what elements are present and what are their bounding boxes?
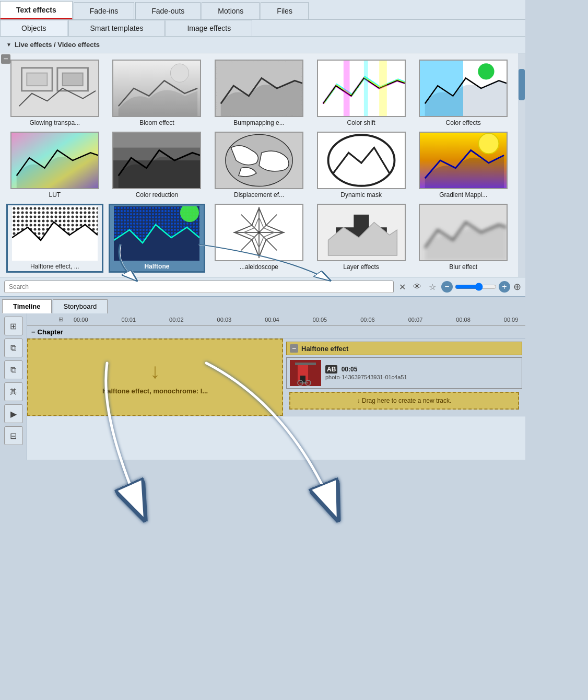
thumb-lut <box>10 132 99 189</box>
chapter-minus[interactable]: − <box>31 328 36 336</box>
effect-halftone-mono[interactable]: Halftone effect, ... − <box>6 204 103 273</box>
svg-rect-10 <box>343 60 349 116</box>
tab-files[interactable]: Files <box>261 2 309 19</box>
favorites-button[interactable]: ☆ <box>427 281 438 293</box>
tab-storyboard[interactable]: Storyboard <box>53 299 108 313</box>
effect-label-blur: Blur effect <box>449 263 477 271</box>
zoom-in-button[interactable]: + <box>499 281 510 293</box>
tab-fade-ins[interactable]: Fade-ins <box>74 2 134 19</box>
effect-label-gradientmapping: Gradient Mappi... <box>439 191 487 199</box>
effect-lut[interactable]: LUT <box>6 132 103 199</box>
halftone-mono-minus[interactable]: − <box>1 54 10 64</box>
effect-gradientmapping[interactable]: Gradient Mappi... <box>415 132 512 199</box>
effect-label-colorreduction: Color reduction <box>136 191 178 199</box>
thumb-coloreffects <box>419 60 508 117</box>
effect-glowing[interactable]: Glowing transpa... <box>6 60 103 126</box>
thumb-bump <box>215 60 303 117</box>
drop-label: Halftone effect, monochrome: l... <box>102 387 208 395</box>
collapse-triangle[interactable]: ▼ <box>6 42 11 48</box>
thumb-gradientmapping <box>419 132 508 189</box>
tab-fade-outs[interactable]: Fade-outs <box>135 2 201 19</box>
tab-objects[interactable]: Objects <box>0 20 67 36</box>
effect-bump[interactable]: Bumpmapping e... <box>210 60 308 126</box>
timeline-tabs: Timeline Storyboard <box>0 297 525 313</box>
left-toolbar: ⊞ ⧉ ⧉ 其 ▶ ⊟ <box>0 313 27 460</box>
effect-layereffects[interactable]: Layer effects <box>313 204 410 273</box>
effect-label-displacement: Displacement ef... <box>234 191 284 199</box>
preview-button[interactable]: 👁 <box>411 281 424 293</box>
thumb-halftone <box>114 206 199 261</box>
search-input[interactable] <box>4 281 394 293</box>
chapter-label: Chapter <box>38 328 63 336</box>
svg-rect-9 <box>318 60 405 116</box>
section-header: ▼ Live effects / Video effects <box>0 37 525 53</box>
media-info: AB 00:05 photo-1436397543931-01c4a51 <box>325 366 407 380</box>
thumb-kaleidoscope <box>215 204 303 261</box>
effect-blur[interactable]: Blur effect <box>415 204 512 273</box>
timeline-ruler: ⊞ 00:00 00:01 00:02 00:03 00:04 00:05 00… <box>27 313 525 326</box>
tab-timeline[interactable]: Timeline <box>2 299 52 313</box>
effect-label-kaleidoscope: ...aleidoscope <box>240 263 278 271</box>
tab-smart-templates[interactable]: Smart templates <box>68 20 164 36</box>
tool-paste[interactable]: ⧉ <box>4 360 23 379</box>
halftone-drop-zone[interactable]: ↓ Halftone effect, monochrome: l... <box>27 339 283 416</box>
search-bar: ✕ 👁 ☆ − + ⊕ <box>0 277 525 296</box>
tab-image-effects[interactable]: Image effects <box>166 20 252 36</box>
zoom-controls: − + <box>441 281 510 293</box>
media-block: AB 00:05 photo-1436397543931-01c4a51 <box>286 357 522 389</box>
tool-play[interactable]: ▶ <box>4 404 23 423</box>
svg-rect-2 <box>27 73 47 86</box>
effect-label-glowing: Glowing transpa... <box>29 119 80 126</box>
thumb-dynamicmask <box>317 132 406 189</box>
clear-search-button[interactable]: ✕ <box>397 281 408 293</box>
effect-label-bloom: Bloom effect <box>139 119 174 126</box>
effect-label-halftone-mono: Halftone effect, ... <box>30 263 79 270</box>
effect-label-dynamicmask: Dynamic mask <box>340 191 382 199</box>
new-track-drop[interactable]: ↓ Drag here to create a new track. <box>289 392 519 410</box>
effect-label-bump: Bumpmapping e... <box>233 119 284 126</box>
effects-scrollbar[interactable] <box>518 53 525 277</box>
thumb-blur <box>419 204 508 261</box>
thumb-bloom <box>112 60 201 117</box>
effect-displacement[interactable]: Displacement ef... <box>210 132 308 199</box>
effect-dynamicmask[interactable]: Dynamic mask <box>313 132 410 199</box>
thumb-colorshift <box>317 60 406 117</box>
effect-colorreduction[interactable]: Color reduction <box>109 132 206 199</box>
effect-block-minus[interactable]: − <box>290 344 298 353</box>
scrollbar-thumb[interactable] <box>519 69 525 100</box>
thumb-colorreduction <box>112 132 201 189</box>
effect-label-layereffects: Layer effects <box>343 263 379 271</box>
track-right-area: − Halftone effect <box>283 339 525 416</box>
svg-point-28 <box>478 133 499 154</box>
tool-text[interactable]: 其 <box>4 382 23 401</box>
zoom-out-button[interactable]: − <box>441 281 453 293</box>
effect-coloreffects[interactable]: Color effects <box>415 60 512 126</box>
tool-grid[interactable]: ⊞ <box>4 317 23 335</box>
svg-rect-4 <box>62 73 83 86</box>
thumb-layereffects <box>317 204 406 261</box>
thumb-glowing <box>10 60 99 117</box>
svg-point-16 <box>478 63 495 79</box>
effect-bloom[interactable]: Bloom effect <box>109 60 206 126</box>
tool-copy[interactable]: ⧉ <box>4 339 23 357</box>
effects-grid: Glowing transpa... Bloom <box>0 53 518 277</box>
chapter-header: − Chapter <box>27 326 525 339</box>
effect-kaleidoscope[interactable]: ...aleidoscope <box>210 204 308 273</box>
tool-settings[interactable]: ⊟ <box>4 426 23 445</box>
zoom-slider[interactable] <box>455 283 497 291</box>
tab-text-effects[interactable]: Text effects <box>0 1 73 19</box>
top-tabs: Text effects Fade-ins Fade-outs Motions … <box>0 0 525 20</box>
effects-panel: ▼ Live effects / Video effects Glowing t… <box>0 37 525 296</box>
timeline-section: Timeline Storyboard ⊞ ⧉ ⧉ 其 ▶ ⊟ ⊞ 00:00 … <box>0 296 525 460</box>
effect-label-colorshift: Color shift <box>347 119 375 126</box>
effect-label-halftone: Halftone <box>144 263 169 270</box>
second-tabs: Objects Smart templates Image effects <box>0 20 525 37</box>
drop-arrow-icon: ↓ <box>150 359 160 383</box>
zoom-icon: ⊕ <box>513 281 521 293</box>
svg-rect-11 <box>363 60 368 116</box>
effect-colorshift[interactable]: Color shift <box>313 60 410 126</box>
effect-halftone[interactable]: Halftone <box>109 204 206 273</box>
effect-label-coloreffects: Color effects <box>446 119 481 126</box>
svg-rect-12 <box>379 60 387 116</box>
tab-motions[interactable]: Motions <box>202 2 260 19</box>
